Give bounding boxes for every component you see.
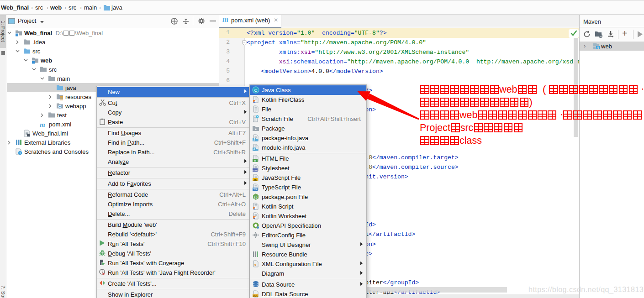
svg-text:J: J: [253, 147, 255, 151]
svg-text:J: J: [253, 138, 255, 141]
svg-text:{}: {}: [254, 195, 258, 199]
svg-text:C: C: [254, 87, 258, 92]
svg-text:css: css: [253, 168, 258, 171]
svg-text:JS: JS: [253, 178, 257, 181]
svg-text:H: H: [254, 158, 256, 162]
svg-text:TS: TS: [253, 187, 257, 190]
svg-text:DDL: DDL: [253, 294, 259, 297]
